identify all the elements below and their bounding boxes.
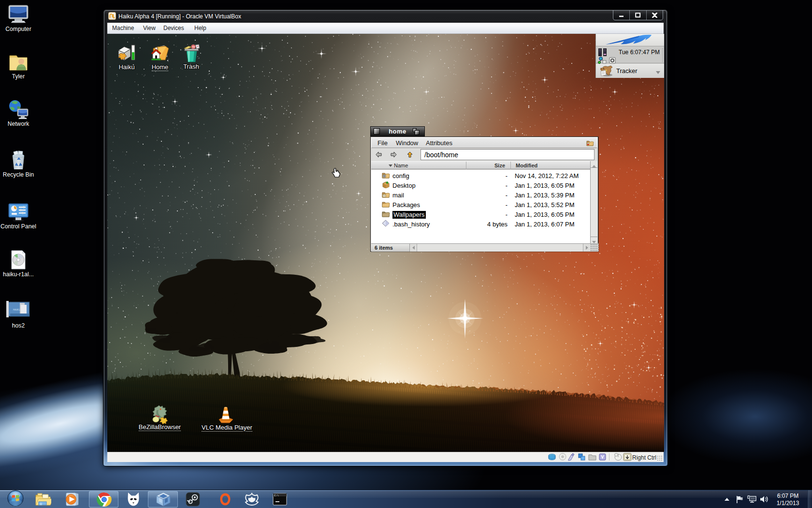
- svg-text:HAIKU: HAIKU: [13, 308, 21, 311]
- svg-text:C:\: C:\: [274, 494, 279, 497]
